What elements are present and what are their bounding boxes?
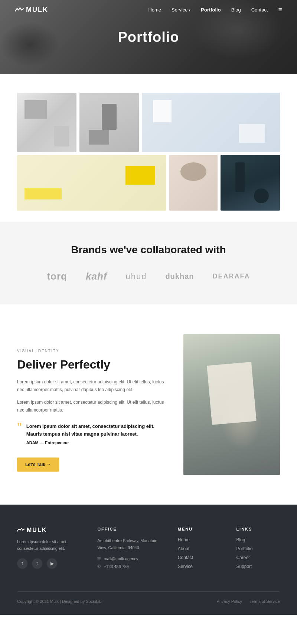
footer-link-blog[interactable]: Blog (236, 537, 280, 542)
footer-email: ✉ mail@mulk.agency (97, 556, 163, 561)
quote-mark-icon: " (17, 423, 22, 433)
brand-kahf: kahf (86, 271, 107, 282)
visual-identity-section: VISUAL IDENTITY Deliver Perfectly Lorem … (0, 304, 297, 505)
portfolio-item-6[interactable] (221, 155, 280, 211)
nav-blog[interactable]: Blog (231, 7, 241, 13)
site-footer: MULK Lorem ipsum dolor sit amet, consect… (0, 505, 297, 615)
footer-menu-title: MENU (178, 527, 222, 531)
nav-home[interactable]: Home (148, 7, 161, 13)
footer-links-title: LINKS (236, 527, 280, 531)
vi-author-name: ADAM (26, 440, 39, 445)
footer-menu-home[interactable]: Home (178, 537, 222, 542)
vi-quote: " Lorem ipsum dolor sit amet, consectetu… (17, 423, 169, 445)
footer-menu-col: MENU Home About Contact Service (178, 527, 222, 573)
brands-section: Brands we've collaborated with torq kahf… (0, 222, 297, 304)
brand-dearafa: DEARAFA (213, 273, 250, 280)
footer-link-support[interactable]: Support (236, 564, 280, 569)
portfolio-section (0, 74, 297, 222)
portfolio-item-4[interactable] (17, 155, 166, 211)
footer-legal: Privacy Policy Terms of Service (217, 599, 280, 604)
portfolio-item-5[interactable] (169, 155, 218, 211)
footer-phone: ✆ +123 456 789 (97, 564, 163, 569)
footer-brand-col: MULK Lorem ipsum dolor sit amet, consect… (17, 527, 82, 573)
vi-image (183, 334, 280, 475)
brand-torq: torq (47, 271, 67, 282)
footer-bottom: Copyright © 2021 Mulk | Designed by Soci… (17, 591, 280, 604)
vi-quote-text: Lorem ipsum dolor sit amet, consectetur … (26, 423, 169, 438)
footer-office-col: OFFICE Amphitheatre Parkway, Mountain Vi… (97, 527, 163, 573)
footer-email-text: mail@mulk.agency (104, 557, 138, 561)
portfolio-grid-bottom (17, 155, 280, 211)
youtube-icon[interactable]: ▶ (47, 558, 57, 569)
nav-service[interactable]: Service (172, 7, 190, 13)
vi-quote-body: Lorem ipsum dolor sit amet, consectetur … (26, 423, 169, 445)
logo-text: MULK (26, 6, 48, 14)
footer-tagline: Lorem ipsum dolor sit amet, consectetur … (17, 539, 82, 552)
footer-privacy-link[interactable]: Privacy Policy (217, 599, 242, 604)
footer-office-address: Amphitheatre Parkway, Mountain View, Cal… (97, 537, 163, 551)
brand-uhud: uhud (125, 272, 147, 281)
site-header: MULK Home Service Portfolio Blog Contact… (0, 0, 297, 20)
footer-link-portfolio[interactable]: Portfolio (236, 546, 280, 551)
hero-title: Portfolio (118, 29, 179, 45)
nav-portfolio[interactable]: Portfolio (201, 7, 221, 13)
footer-top: MULK Lorem ipsum dolor sit amet, consect… (17, 527, 280, 573)
vi-text-1: Lorem ipsum dolor sit amet, consectetur … (17, 378, 169, 393)
logo[interactable]: MULK (15, 6, 48, 14)
footer-copyright: Copyright © 2021 Mulk | Designed by Soci… (17, 599, 101, 604)
footer-logo: MULK (17, 527, 82, 534)
vi-heading: Deliver Perfectly (17, 357, 169, 371)
portfolio-item-2[interactable] (79, 93, 139, 152)
footer-social: f t ▶ (17, 558, 82, 569)
nav-contact[interactable]: Contact (251, 7, 268, 13)
footer-menu-service[interactable]: Service (178, 564, 222, 569)
footer-office-title: OFFICE (97, 527, 163, 531)
footer-links-col: LINKS Blog Portfolio Career Support (236, 527, 280, 573)
email-icon: ✉ (97, 556, 101, 561)
main-nav: Home Service Portfolio Blog Contact ≡ (148, 6, 282, 14)
footer-logo-text: MULK (27, 527, 47, 534)
footer-link-career[interactable]: Career (236, 555, 280, 560)
brand-dukhan: dukhan (165, 272, 194, 281)
portfolio-item-3[interactable] (142, 93, 280, 152)
footer-menu-contact[interactable]: Contact (178, 555, 222, 560)
footer-terms-link[interactable]: Terms of Service (249, 599, 280, 604)
facebook-icon[interactable]: f (17, 558, 27, 569)
twitter-icon[interactable]: t (32, 558, 42, 569)
hamburger-icon[interactable]: ≡ (278, 6, 282, 14)
vi-author-title: Entrepeneur (45, 440, 69, 445)
brands-title: Brands we've collaborated with (15, 244, 282, 256)
lets-talk-button[interactable]: Let's Talk → (17, 458, 59, 472)
vi-content: VISUAL IDENTITY Deliver Perfectly Lorem … (17, 334, 169, 472)
footer-phone-text: +123 456 789 (104, 564, 129, 569)
footer-menu-about[interactable]: About (178, 546, 222, 551)
brands-logos: torq kahf uhud dukhan DEARAFA (15, 271, 282, 282)
phone-icon: ✆ (97, 564, 101, 569)
vi-text-2: Lorem ipsum dolor sit amet, consectetur … (17, 399, 169, 414)
vi-label: VISUAL IDENTITY (17, 349, 169, 353)
portfolio-item-1[interactable] (17, 93, 76, 152)
vi-quote-author: ADAM — Entrepeneur (26, 440, 169, 445)
portfolio-grid-top (17, 93, 280, 152)
